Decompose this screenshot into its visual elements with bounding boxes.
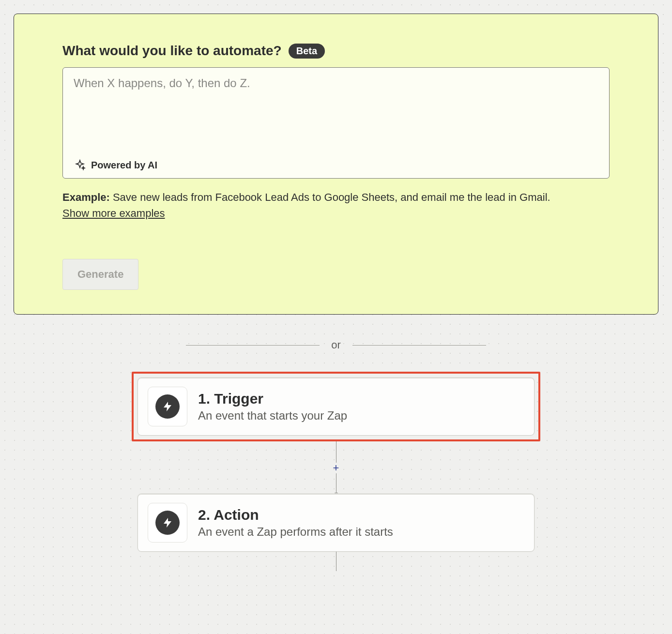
connector-line: [336, 441, 336, 463]
automate-heading: What would you like to automate?: [62, 43, 282, 59]
example-text: Save new leads from Facebook Lead Ads to…: [110, 191, 550, 203]
step-icon-box: [148, 387, 187, 426]
divider-line: [352, 345, 486, 346]
or-divider: or: [186, 339, 486, 351]
add-step-button[interactable]: +: [331, 463, 341, 473]
divider-line: [186, 345, 320, 346]
zap-flow: 1. Trigger An event that starts your Zap…: [14, 372, 658, 571]
prompt-input-container: Powered by AI: [62, 67, 610, 179]
beta-badge: Beta: [289, 44, 325, 59]
powered-by-row: Powered by AI: [74, 159, 598, 171]
zap-icon: [155, 511, 180, 535]
step-description: An event a Zap performs after it starts: [198, 525, 393, 539]
step-title: 2. Action: [198, 507, 393, 523]
trigger-highlight: 1. Trigger An event that starts your Zap: [132, 372, 540, 441]
connector-line: [336, 552, 336, 571]
generate-button[interactable]: Generate: [62, 259, 138, 290]
zap-icon: [155, 394, 180, 419]
ai-automate-panel: What would you like to automate? Beta Po…: [14, 14, 658, 315]
automate-prompt-input[interactable]: [74, 76, 598, 155]
step-title: 1. Trigger: [198, 391, 347, 407]
trigger-step-card[interactable]: 1. Trigger An event that starts your Zap: [137, 377, 535, 436]
or-text: or: [331, 339, 341, 351]
step-description: An event that starts your Zap: [198, 409, 347, 423]
sparkle-icon: [74, 159, 86, 171]
step-icon-box: [148, 503, 187, 543]
show-more-examples-link[interactable]: Show more examples: [62, 205, 165, 221]
powered-by-label: Powered by AI: [91, 160, 157, 171]
example-block: Example: Save new leads from Facebook Le…: [62, 189, 610, 221]
action-step-card[interactable]: 2. Action An event a Zap performs after …: [137, 494, 535, 552]
example-label: Example:: [62, 191, 110, 203]
heading-row: What would you like to automate? Beta: [62, 43, 610, 59]
